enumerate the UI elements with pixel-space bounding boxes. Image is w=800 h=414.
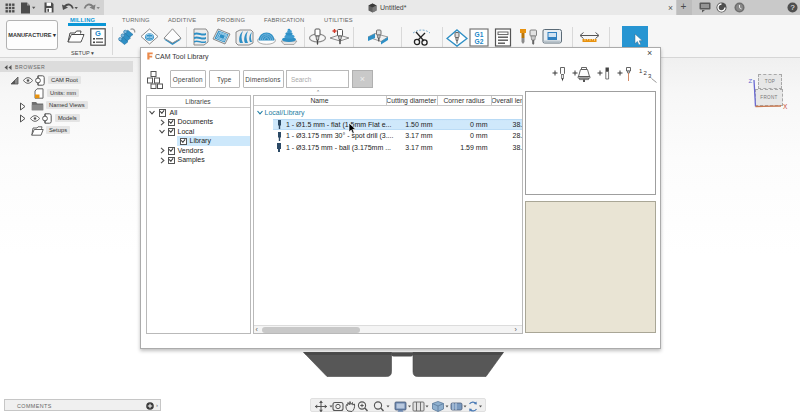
svg-text:2: 2 [644, 70, 648, 76]
svg-text:3: 3 [648, 73, 652, 79]
svg-text:G1: G1 [475, 31, 484, 38]
svg-text:1: 1 [639, 68, 643, 74]
svg-text:G: G [95, 29, 101, 38]
svg-text:Z: Z [749, 78, 753, 84]
svg-text:?: ? [790, 3, 794, 12]
svg-text:G2: G2 [475, 38, 484, 45]
svg-text:X: X [783, 103, 788, 110]
